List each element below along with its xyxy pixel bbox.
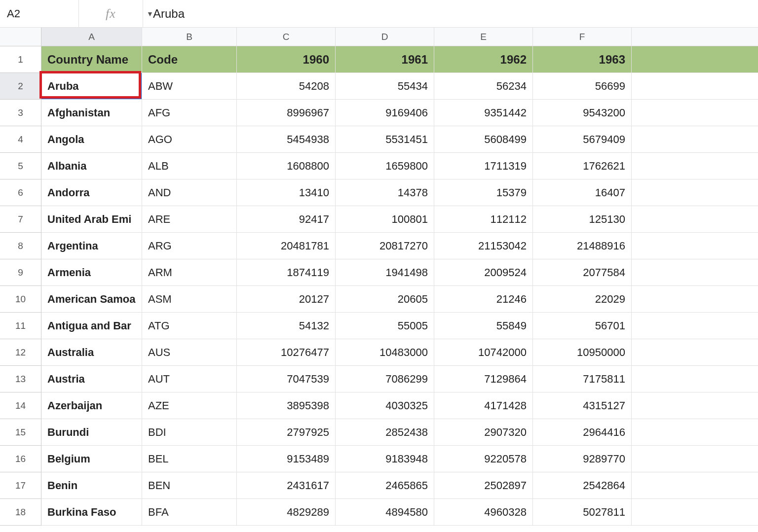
cell-C13[interactable]: 7047539 [237,366,336,392]
cell-E3[interactable]: 9351442 [434,100,533,126]
cell-D4[interactable]: 5531451 [336,126,434,153]
cell-C3[interactable]: 8996967 [237,100,336,126]
row-header-2[interactable]: 2 [0,73,41,100]
row-header-3[interactable]: 3 [0,100,41,126]
cell-F14[interactable]: 4315127 [533,392,632,419]
cell-E8[interactable]: 21153042 [434,233,533,259]
cell-D7[interactable]: 100801 [336,206,434,233]
name-box[interactable]: ▼ [0,0,79,27]
cell-F3[interactable]: 9543200 [533,100,632,126]
cell-E12[interactable]: 10742000 [434,339,533,366]
cell-D1[interactable]: 1961 [336,46,434,73]
cell-D14[interactable]: 4030325 [336,392,434,419]
cell-D6[interactable]: 14378 [336,179,434,206]
cell-B13[interactable]: AUT [142,366,237,392]
cell-F12[interactable]: 10950000 [533,339,632,366]
row-header-8[interactable]: 8 [0,233,41,259]
row-header-11[interactable]: 11 [0,313,41,339]
cell-F11[interactable]: 56701 [533,313,632,339]
row-header-17[interactable]: 17 [0,472,41,499]
cell-B3[interactable]: AFG [142,100,237,126]
cell-A5[interactable]: Albania [41,153,142,179]
cell-E7[interactable]: 112112 [434,206,533,233]
cell-D17[interactable]: 2465865 [336,472,434,499]
cell-D18[interactable]: 4894580 [336,499,434,526]
cell-D12[interactable]: 10483000 [336,339,434,366]
formula-bar[interactable] [143,0,758,27]
cell-B5[interactable]: ALB [142,153,237,179]
cell-E17[interactable]: 2502897 [434,472,533,499]
cell-E9[interactable]: 2009524 [434,259,533,286]
cell-D9[interactable]: 1941498 [336,259,434,286]
cell-E5[interactable]: 1711319 [434,153,533,179]
cell-E15[interactable]: 2907320 [434,419,533,446]
cell-A15[interactable]: Burundi [41,419,142,446]
cell-E4[interactable]: 5608499 [434,126,533,153]
cell-C12[interactable]: 10276477 [237,339,336,366]
cell-A10[interactable]: American Samoa [41,286,142,313]
row-header-16[interactable]: 16 [0,446,41,472]
column-header-C[interactable]: C [237,28,336,46]
cell-F1[interactable]: 1963 [533,46,632,73]
cell-B9[interactable]: ARM [142,259,237,286]
column-header-F[interactable]: F [533,28,632,46]
cell-E16[interactable]: 9220578 [434,446,533,472]
cell-B1[interactable]: Code [142,46,237,73]
fx-label[interactable]: fx [79,0,143,27]
cell-A6[interactable]: Andorra [41,179,142,206]
cell-A12[interactable]: Australia [41,339,142,366]
cell-A14[interactable]: Azerbaijan [41,392,142,419]
cell-C9[interactable]: 1874119 [237,259,336,286]
cell-B6[interactable]: AND [142,179,237,206]
cell-F2[interactable]: 56699 [533,73,632,100]
cell-E18[interactable]: 4960328 [434,499,533,526]
cell-F10[interactable]: 22029 [533,286,632,313]
column-header-A[interactable]: A [41,28,142,46]
cell-C14[interactable]: 3895398 [237,392,336,419]
cell-E1[interactable]: 1962 [434,46,533,73]
cell-A18[interactable]: Burkina Faso [41,499,142,526]
cell-C16[interactable]: 9153489 [237,446,336,472]
formula-bar-input[interactable] [152,6,749,21]
cell-E14[interactable]: 4171428 [434,392,533,419]
cell-C17[interactable]: 2431617 [237,472,336,499]
row-header-1[interactable]: 1 [0,46,41,73]
cell-B10[interactable]: ASM [142,286,237,313]
cell-F16[interactable]: 9289770 [533,446,632,472]
row-header-14[interactable]: 14 [0,392,41,419]
cell-E13[interactable]: 7129864 [434,366,533,392]
cell-D8[interactable]: 20817270 [336,233,434,259]
cell-F6[interactable]: 16407 [533,179,632,206]
cell-C11[interactable]: 54132 [237,313,336,339]
cell-A3[interactable]: Afghanistan [41,100,142,126]
cell-A17[interactable]: Benin [41,472,142,499]
cell-C5[interactable]: 1608800 [237,153,336,179]
cell-D11[interactable]: 55005 [336,313,434,339]
cell-C7[interactable]: 92417 [237,206,336,233]
cell-E2[interactable]: 56234 [434,73,533,100]
row-header-13[interactable]: 13 [0,366,41,392]
cell-F4[interactable]: 5679409 [533,126,632,153]
cell-F5[interactable]: 1762621 [533,153,632,179]
row-header-4[interactable]: 4 [0,126,41,153]
select-all-corner[interactable] [0,28,41,46]
column-header-D[interactable]: D [336,28,434,46]
cell-B15[interactable]: BDI [142,419,237,446]
cell-B12[interactable]: AUS [142,339,237,366]
cell-B17[interactable]: BEN [142,472,237,499]
column-header-B[interactable]: B [142,28,237,46]
cell-B7[interactable]: ARE [142,206,237,233]
row-header-18[interactable]: 18 [0,499,41,526]
cell-C18[interactable]: 4829289 [237,499,336,526]
cell-C1[interactable]: 1960 [237,46,336,73]
cell-F15[interactable]: 2964416 [533,419,632,446]
cell-C10[interactable]: 20127 [237,286,336,313]
cell-A16[interactable]: Belgium [41,446,142,472]
row-header-9[interactable]: 9 [0,259,41,286]
row-header-12[interactable]: 12 [0,339,41,366]
cell-A13[interactable]: Austria [41,366,142,392]
cell-F17[interactable]: 2542864 [533,472,632,499]
cell-D10[interactable]: 20605 [336,286,434,313]
cell-F13[interactable]: 7175811 [533,366,632,392]
cell-A2[interactable]: Aruba [41,73,142,100]
